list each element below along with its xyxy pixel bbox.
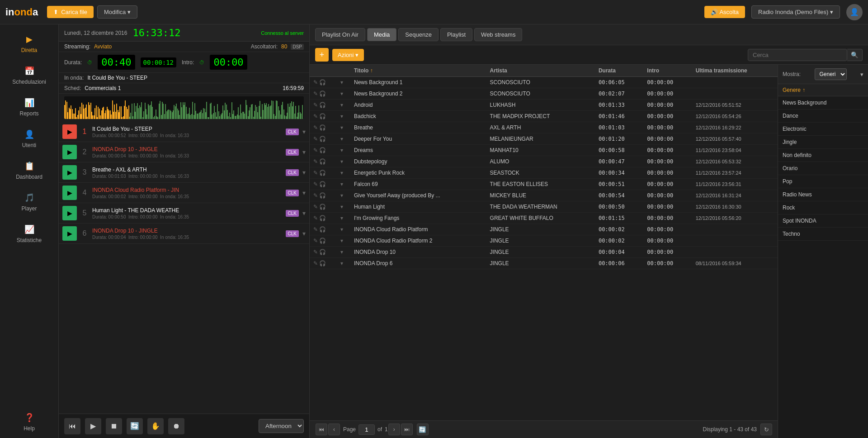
edit-icon[interactable]: ✎ <box>313 158 318 165</box>
headphone-icon[interactable]: 🎧 <box>319 226 326 233</box>
next-page-button[interactable]: › <box>388 424 400 435</box>
chevron-down-icon[interactable]: ▾ <box>340 238 343 244</box>
table-row[interactable]: ✎ 🎧 ▾ Deeper For You MELANIEUNGAR 00:01:… <box>310 133 778 145</box>
sidebar-item-help[interactable]: ❓ Help <box>0 406 58 438</box>
add-button[interactable]: + <box>315 48 329 62</box>
genre-item[interactable]: Electronic <box>778 123 868 136</box>
expand-icon[interactable]: ▾ <box>302 169 306 176</box>
edit-icon[interactable]: ✎ <box>313 136 318 142</box>
table-row[interactable]: ✎ 🎧 ▾ I'm Growing Fangs GREAT WHITE BUFF… <box>310 213 778 224</box>
schedule-select[interactable]: Afternoon <box>259 419 304 433</box>
chevron-down-icon[interactable]: ▾ <box>340 215 343 221</box>
table-row[interactable]: ✎ 🎧 ▾ Badchick THE MADPIX PROJECT 00:01:… <box>310 111 778 122</box>
chevron-down-icon[interactable]: ▾ <box>340 204 343 210</box>
user-button[interactable]: 👤 <box>846 4 863 20</box>
table-row[interactable]: ✎ 🎧 ▾ Give Yourself Away (produced By ..… <box>310 190 778 201</box>
headphone-icon[interactable]: 🎧 <box>319 249 326 255</box>
headphone-icon[interactable]: 🎧 <box>319 204 326 210</box>
sidebar-item-utenti[interactable]: 👤 Utenti <box>0 123 58 155</box>
headphone-icon[interactable]: 🎧 <box>319 147 326 153</box>
headphone-icon[interactable]: 🎧 <box>319 90 326 97</box>
tab-playlist-on-air[interactable]: Playlist On Air <box>315 28 365 41</box>
expand-icon[interactable]: ▾ <box>302 230 306 237</box>
headphone-icon[interactable]: 🎧 <box>319 158 326 165</box>
ascolta-button[interactable]: 🔊 Ascolta <box>704 6 745 18</box>
table-row[interactable]: ✎ 🎧 ▾ News Background 1 SCONOSCIUTO 00:0… <box>310 77 778 88</box>
expand-icon[interactable]: ▾ <box>302 189 306 196</box>
table-row[interactable]: ✎ 🎧 ▾ INONDA Drop 10 JINGLE 00:00:04 00:… <box>310 247 778 258</box>
hand-button[interactable]: ✋ <box>147 418 164 434</box>
play-button[interactable]: ▶ <box>85 418 101 434</box>
table-row[interactable]: ✎ 🎧 ▾ Dreams MANHAT10 00:00:58 00:00:00 … <box>310 145 778 156</box>
radio-selector-button[interactable]: Radio Inonda (Demo Files) ▾ <box>751 5 840 19</box>
track-play-button[interactable]: ▶ <box>62 165 77 180</box>
page-input[interactable] <box>359 424 375 435</box>
track-play-button[interactable]: ▶ <box>62 145 77 159</box>
edit-icon[interactable]: ✎ <box>313 124 318 131</box>
chevron-down-icon[interactable]: ▾ <box>340 192 343 199</box>
table-row[interactable]: ✎ 🎧 ▾ Human Light THE DADA WEATHERMAN 00… <box>310 201 778 213</box>
playlist-item[interactable]: ▶ 5 Human Light - THE DADA WEATHE Durata… <box>59 203 309 224</box>
edit-icon[interactable]: ✎ <box>313 170 318 176</box>
headphone-icon[interactable]: 🎧 <box>319 124 326 131</box>
edit-icon[interactable]: ✎ <box>313 204 318 210</box>
genre-item[interactable]: Rock <box>778 201 868 214</box>
chevron-down-icon[interactable]: ▾ <box>340 158 343 165</box>
table-row[interactable]: ✎ 🎧 ▾ Android LUKHASH 00:01:33 00:00:00 … <box>310 100 778 111</box>
chevron-down-icon[interactable]: ▾ <box>340 136 343 142</box>
chevron-down-icon[interactable]: ▾ <box>340 226 343 233</box>
search-input[interactable] <box>748 49 847 61</box>
table-row[interactable]: ✎ 🎧 ▾ News Background 2 SCONOSCIUTO 00:0… <box>310 88 778 100</box>
expand-icon[interactable]: ▾ <box>302 148 306 156</box>
table-row[interactable]: ✎ 🎧 ▾ INONDA Cloud Radio Platform JINGLE… <box>310 224 778 235</box>
chevron-down-icon[interactable]: ▾ <box>340 249 343 255</box>
modifica-button[interactable]: Modifica ▾ <box>97 5 137 19</box>
sidebar-item-schedulazioni[interactable]: 📅 Schedulazioni <box>0 60 58 91</box>
headphone-icon[interactable]: 🎧 <box>319 260 326 267</box>
circle-button[interactable]: ⏺ <box>168 418 184 434</box>
playlist-item[interactable]: ▶ 6 INONDA Drop 10 - JINGLE Durata: 00:0… <box>59 224 309 244</box>
expand-icon[interactable]: ▾ <box>302 128 306 135</box>
genre-item[interactable]: Jingle <box>778 136 868 149</box>
chevron-down-icon[interactable]: ▾ <box>340 79 343 86</box>
tab-media[interactable]: Media <box>367 28 396 41</box>
tab-playlist[interactable]: Playlist <box>440 28 472 41</box>
playlist-item[interactable]: ▶ 4 INONDA Cloud Radio Platform - JIN Du… <box>59 183 309 203</box>
carica-file-button[interactable]: ⬆ Carica file <box>47 6 94 18</box>
generi-select[interactable]: Generi <box>815 68 847 80</box>
headphone-icon[interactable]: 🎧 <box>319 192 326 199</box>
first-page-button[interactable]: ⏮ <box>316 424 327 435</box>
genre-item[interactable]: Non definito <box>778 149 868 162</box>
edit-icon[interactable]: ✎ <box>313 90 318 97</box>
chevron-down-icon[interactable]: ▾ <box>340 102 343 108</box>
chevron-down-icon[interactable]: ▾ <box>340 181 343 187</box>
expand-icon[interactable]: ▾ <box>302 209 306 217</box>
chevron-down-icon[interactable]: ▾ <box>340 260 343 267</box>
last-page-button[interactable]: ⏭ <box>401 424 413 435</box>
playlist-item[interactable]: ▶ 3 Breathe - AXL & ARTH Durata: 00:01:0… <box>59 162 309 183</box>
chevron-down-icon[interactable]: ▾ <box>340 124 343 131</box>
tab-web-streams[interactable]: Web streams <box>474 28 522 41</box>
genre-item[interactable]: News Background <box>778 96 868 110</box>
prev-page-button[interactable]: ‹ <box>328 424 340 435</box>
genre-item[interactable]: Pop <box>778 175 868 188</box>
playlist-item[interactable]: ▶ 2 INONDA Drop 10 - JINGLE Durata: 00:0… <box>59 142 309 162</box>
edit-icon[interactable]: ✎ <box>313 147 318 153</box>
headphone-icon[interactable]: 🎧 <box>319 113 326 119</box>
track-play-button[interactable]: ▶ <box>62 206 77 220</box>
edit-icon[interactable]: ✎ <box>313 102 318 108</box>
loop-button[interactable]: 🔄 <box>127 418 143 434</box>
table-row[interactable]: ✎ 🎧 ▾ Energetic Punk Rock SEASTOCK 00:00… <box>310 167 778 179</box>
headphone-icon[interactable]: 🎧 <box>319 215 326 221</box>
sidebar-item-reports[interactable]: 📊 Reports <box>0 91 58 123</box>
edit-icon[interactable]: ✎ <box>313 215 318 221</box>
edit-icon[interactable]: ✎ <box>313 226 318 233</box>
track-play-button[interactable]: ▶ <box>62 226 77 241</box>
table-row[interactable]: ✎ 🎧 ▾ INONDA Cloud Radio Platform 2 JING… <box>310 235 778 247</box>
genre-item[interactable]: Radio News <box>778 188 868 201</box>
search-button[interactable]: 🔍 <box>847 49 863 61</box>
sidebar-item-statistiche[interactable]: 📈 Statistiche <box>0 218 58 250</box>
tab-sequenze[interactable]: Sequenze <box>398 28 439 41</box>
sidebar-item-player[interactable]: 🎵 Player <box>0 186 58 218</box>
headphone-icon[interactable]: 🎧 <box>319 238 326 244</box>
